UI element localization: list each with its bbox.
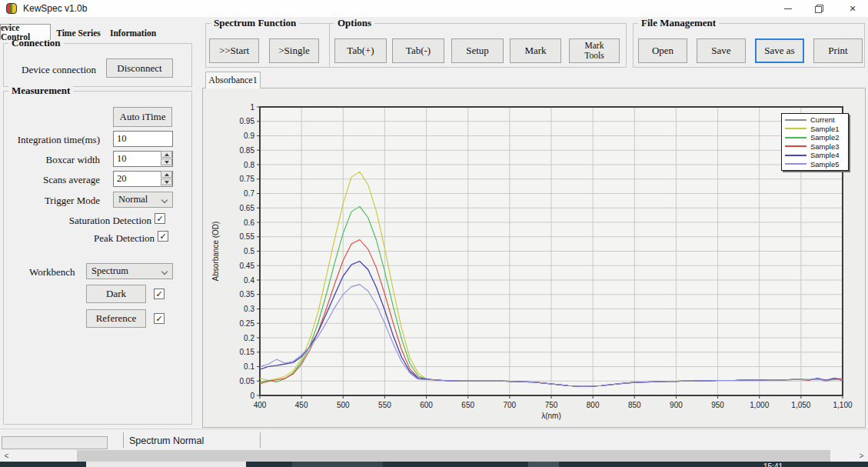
legend-label: Sample3 [810, 142, 840, 151]
svg-text:700: 700 [504, 401, 517, 409]
progress-bar [2, 436, 108, 449]
legend-label: Sample4 [810, 151, 840, 159]
reference-button[interactable]: Reference [86, 309, 146, 328]
start-button[interactable]: >>Start [209, 38, 259, 63]
spectrum-function-title: Spectrum Function [211, 17, 299, 29]
legend-swatch-line [785, 119, 806, 121]
svg-text:0.6: 0.6 [244, 218, 254, 227]
svg-text:400: 400 [254, 401, 267, 409]
legend-item: Sample2 [782, 133, 848, 142]
device-connection-label: Device connection [22, 64, 96, 76]
open-button[interactable]: Open [638, 38, 687, 63]
scans-average-label: Scans average [0, 174, 100, 186]
legend-swatch-line [785, 145, 806, 147]
saturation-detection-checkbox[interactable] [155, 213, 165, 224]
scroll-right-icon: > [860, 452, 864, 460]
dark-button[interactable]: Dark [86, 285, 146, 303]
svg-text:0.45: 0.45 [240, 262, 255, 270]
svg-text:0.25: 0.25 [240, 319, 255, 328]
dark-checkbox[interactable] [154, 289, 165, 299]
svg-text:0: 0 [250, 392, 254, 400]
single-button[interactable]: >Single [269, 38, 319, 63]
taskbar-button-segment [528, 462, 559, 467]
print-button[interactable]: Print [813, 38, 863, 63]
svg-text:λ(nm): λ(nm) [541, 412, 561, 420]
scrollbar-thumb[interactable] [77, 450, 830, 462]
chart-legend: CurrentSample1Sample2Sample3Sample4Sampl… [781, 113, 849, 171]
tab-plus-button[interactable]: Tab(+) [334, 38, 387, 63]
svg-text:0.2: 0.2 [244, 334, 254, 342]
spin-down-button[interactable] [161, 158, 172, 165]
tab-minus-button[interactable]: Tab(-) [392, 38, 444, 63]
svg-text:0.35: 0.35 [240, 290, 255, 299]
svg-text:0.15: 0.15 [240, 348, 255, 356]
workbench-label: Workbench [29, 266, 75, 279]
chart-panel: 4004505005506006507007508008509009501,00… [202, 88, 866, 428]
legend-swatch-line [785, 128, 806, 129]
legend-item: Current [782, 115, 848, 125]
svg-text:1,100: 1,100 [833, 401, 852, 409]
svg-text:600: 600 [420, 401, 433, 409]
svg-text:0.8: 0.8 [244, 161, 254, 169]
taskbar: 15:41 [0, 462, 868, 467]
spin-up-button[interactable] [161, 151, 172, 158]
app-window: KewSpec v1.0b × evice Control Time Serie… [0, 0, 868, 467]
minimize-button[interactable] [773, 0, 803, 17]
trigger-mode-label: Trigger Mode [0, 195, 100, 207]
scroll-left-icon: < [5, 452, 9, 460]
chevron-down-icon [161, 197, 168, 203]
svg-text:900: 900 [670, 401, 683, 409]
trigger-mode-select[interactable]: Normal [113, 192, 173, 208]
svg-text:0.65: 0.65 [240, 204, 255, 212]
trigger-mode-value: Normal [118, 194, 148, 205]
mark-tools-button[interactable]: Mark Tools [569, 38, 620, 63]
setup-button[interactable]: Setup [451, 38, 504, 63]
status-bar: Spectrum Normal [0, 429, 868, 450]
disconnect-button[interactable]: Disconnect [106, 58, 173, 78]
minimize-icon [784, 8, 792, 9]
workbench-value: Spectrum [91, 265, 128, 277]
close-button[interactable]: × [837, 0, 868, 17]
window-title: KewSpec v1.0b [23, 3, 87, 14]
status-mode-text: Spectrum Normal [129, 435, 204, 446]
workbench-select[interactable]: Spectrum [86, 263, 173, 279]
svg-text:0.05: 0.05 [240, 377, 255, 385]
svg-text:750: 750 [545, 401, 558, 409]
peak-detection-checkbox[interactable] [158, 231, 168, 242]
spin-down-button[interactable] [161, 178, 172, 185]
svg-text:0.4: 0.4 [244, 276, 254, 285]
spin-down-icon [165, 161, 169, 164]
scroll-right-button[interactable]: > [855, 450, 868, 462]
tab-absorbance1[interactable]: Absorbance1 [205, 72, 261, 88]
svg-text:450: 450 [295, 401, 308, 409]
svg-text:1,050: 1,050 [791, 401, 810, 409]
spin-up-icon [165, 173, 169, 176]
options-title: Options [334, 17, 374, 29]
integration-time-field[interactable]: 10 [113, 131, 173, 147]
svg-text:500: 500 [337, 401, 350, 409]
boxcar-width-stepper [161, 151, 172, 165]
svg-text:850: 850 [628, 401, 641, 409]
scroll-left-button[interactable]: < [0, 450, 13, 462]
tab-information[interactable]: Information [106, 25, 160, 40]
svg-text:Absorbance (OD): Absorbance (OD) [211, 222, 220, 282]
restore-icon [815, 5, 823, 12]
svg-text:550: 550 [378, 401, 391, 409]
legend-label: Sample2 [810, 133, 840, 142]
save-button[interactable]: Save [697, 38, 746, 63]
auto-itime-button[interactable]: Auto iTime [113, 107, 172, 127]
mark-button[interactable]: Mark [510, 38, 561, 63]
svg-text:0.95: 0.95 [240, 117, 255, 125]
taskbar-active-app-segment [292, 462, 383, 467]
save-as-button[interactable]: Save as [755, 38, 804, 63]
svg-text:0.1: 0.1 [244, 362, 254, 371]
boxcar-width-label: Boxcar width [0, 154, 100, 166]
horizontal-scrollbar[interactable]: < > [0, 450, 868, 462]
legend-swatch-line [785, 155, 806, 156]
reference-checkbox[interactable] [154, 313, 165, 324]
spin-up-button[interactable] [161, 171, 172, 178]
restore-button[interactable] [803, 0, 834, 17]
tab-device-control[interactable]: evice Control [0, 24, 51, 40]
svg-text:0.55: 0.55 [240, 232, 255, 241]
status-separator [260, 432, 261, 448]
